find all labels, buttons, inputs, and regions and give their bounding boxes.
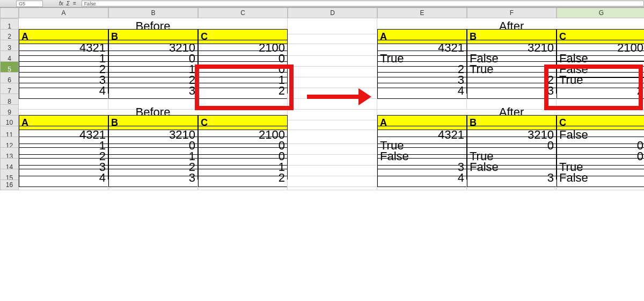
col-header-b[interactable]: B — [108, 8, 198, 18]
col-header-a[interactable]: A — [19, 8, 108, 18]
name-box[interactable]: G5 — [16, 1, 43, 7]
cell-f16[interactable] — [467, 180, 557, 190]
cell-b16[interactable] — [108, 180, 198, 190]
col-header-f[interactable]: F — [467, 8, 557, 18]
formula-icons: fx Σ = — [59, 1, 76, 6]
cell-e16[interactable] — [377, 180, 467, 190]
row-header-16[interactable]: 16 — [0, 180, 19, 190]
toolbar: G5 fx Σ = False — [0, 0, 644, 8]
cell-c16[interactable] — [198, 180, 288, 190]
select-all-corner[interactable] — [0, 8, 19, 18]
cell-g16[interactable] — [557, 180, 644, 190]
cell-a16[interactable] — [19, 180, 108, 190]
fx-icon[interactable]: fx — [59, 1, 63, 6]
formula-bar[interactable]: False — [82, 1, 644, 6]
col-header-c[interactable]: C — [198, 8, 288, 18]
col-header-e[interactable]: E — [377, 8, 467, 18]
sigma-icon[interactable]: Σ — [67, 1, 70, 6]
spreadsheet-grid[interactable]: A B C D E F G 1 Before After 2 A B C A B… — [0, 8, 644, 190]
col-header-d[interactable]: D — [288, 8, 377, 18]
equals-icon[interactable]: = — [73, 1, 76, 6]
cell-d16[interactable] — [288, 180, 377, 190]
col-header-g[interactable]: G — [557, 8, 644, 18]
